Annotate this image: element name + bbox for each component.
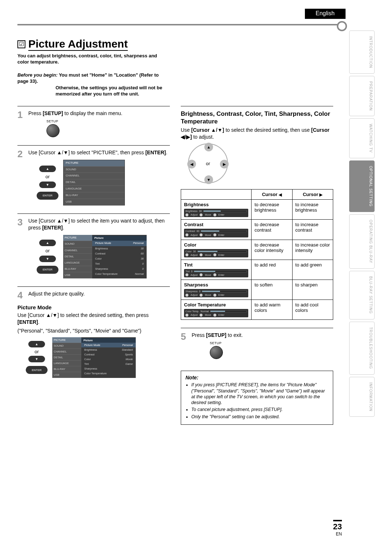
menu-item: BLU-RAY <box>64 192 124 199</box>
menu-side-item: SOUND <box>63 241 92 247</box>
or-label: or <box>45 248 50 254</box>
menu-item: USB <box>64 199 124 205</box>
or-label: or <box>34 349 39 354</box>
cursor-right-effect: to increase brightness <box>292 200 333 220</box>
cursor-right-effect: to add green <box>292 260 333 280</box>
cursor-left-effect: to add red <box>252 260 292 280</box>
before-label: Before you begin: <box>17 72 58 78</box>
dpad-up-down: ▲ or ▼ ENTER <box>39 240 56 274</box>
param-name: Color <box>184 242 248 248</box>
menu-side-item: BLU-RAY <box>63 266 92 272</box>
step-number: 4 <box>17 290 25 300</box>
arrow-up-icon: ▲ <box>204 143 213 151</box>
menu-row: BrightnessStandard <box>81 347 136 352</box>
menu-side-item: LANGUAGE <box>52 360 81 366</box>
param-cell: ColorColor36AdjustMoveEnter <box>181 240 252 260</box>
arrow-up-icon: ▲ <box>39 166 56 172</box>
cursor-right-effect: to sharpen <box>292 280 333 300</box>
menu-side-item: CHANNEL <box>52 349 81 355</box>
menu-row: Sharpness <box>81 366 136 371</box>
page-footer: 23 EN <box>333 520 342 537</box>
table-row: ContrastContrast60AdjustMoveEnterto decr… <box>181 220 333 240</box>
divider <box>17 213 170 214</box>
step-3-text: Use [Cursor ▲/▼] to select the item you … <box>28 218 165 231</box>
osd-preview: Tint0AdjustMoveEnter <box>184 269 248 277</box>
param-cell: Color TemperatureColor Temp.NormalAdjust… <box>181 300 252 320</box>
step-number: 5 <box>181 332 188 364</box>
note-item: Only the "Personal" setting can be adjus… <box>191 414 328 420</box>
side-tab-information: INFORMATION <box>349 377 375 417</box>
menu-side-item: DETAIL <box>63 254 92 260</box>
menu-row: ContrastSports <box>81 352 136 357</box>
picture-mode-options: ("Personal", "Standard", "Sports", "Movi… <box>17 328 170 334</box>
or-label: or <box>45 174 50 180</box>
menu-row: Contrast60 <box>92 251 147 256</box>
intro-text: You can adjust brightness, contrast, col… <box>17 53 170 65</box>
step-5-text: Press [SETUP] to exit. <box>192 332 243 338</box>
step-2: 2 Use [Cursor ▲/▼] to select "PICTURE", … <box>17 149 170 211</box>
osd-preview: Color36AdjustMoveEnter <box>184 249 248 257</box>
cursor-left-effect: to soften <box>252 280 292 300</box>
menu-row: Picture ModePersonal <box>92 241 147 246</box>
menu-row: Color TemperatureNormal <box>92 272 147 277</box>
enter-button-icon: ENTER <box>37 266 58 274</box>
osd-preview: Sharpness0AdjustMoveEnter <box>184 289 248 297</box>
arrow-down-icon: ▼ <box>204 175 213 184</box>
onscreen-menu-main: PICTURESOUNDCHANNELDETAILLANGUAGEBLU-RAY… <box>63 160 125 206</box>
param-name: Tint <box>184 262 248 268</box>
cursor-left-effect: to decrease brightness <box>252 200 292 220</box>
param-cell: SharpnessSharpness0AdjustMoveEnter <box>181 280 252 300</box>
menu-item: SOUND <box>64 167 124 173</box>
cursor-left-effect: to add warm colors <box>252 300 292 320</box>
note-item: To cancel picture adjustment, press [SET… <box>191 407 328 412</box>
step-3: 3 Use [Cursor ▲/▼] to select the item yo… <box>17 217 170 284</box>
arrow-down-icon: ▼ <box>39 256 56 262</box>
setup-button-icon <box>46 124 60 137</box>
menu-side-item: CHANNEL <box>63 248 92 254</box>
menu-row: Sharpness0 <box>92 266 147 272</box>
menu-side-item: USB <box>52 372 81 378</box>
param-name: Brightness <box>184 202 248 207</box>
table-row: SharpnessSharpness0AdjustMoveEnterto sof… <box>181 280 333 300</box>
side-tab-introduction: INTRODUCTION <box>349 30 375 74</box>
menu-header: Picture <box>81 338 136 343</box>
menu-side-item: DETAIL <box>52 355 81 360</box>
step-number: 2 <box>17 149 25 211</box>
menu-side-item: BLU-RAY <box>52 366 81 372</box>
cursor-left-effect: to decrease color intensity <box>252 240 292 260</box>
table-header-cursor-left: Cursor ◀ <box>252 190 292 200</box>
dpad-up-down: ▲ or ▼ ENTER <box>28 341 45 374</box>
menu-item: PICTURE <box>64 160 124 167</box>
side-tab-watching-tv: WATCHING TV <box>349 118 375 158</box>
note-box: Note: If you press [PICTURE PRESET], the… <box>181 371 333 425</box>
side-tab-blu-ray-setting: BLU-RAY SETTING <box>349 271 375 319</box>
setup-label: SETUP <box>210 341 333 345</box>
param-name: Color Temperature <box>184 302 248 307</box>
cursor-right-effect: to add cool colors <box>292 300 333 320</box>
menu-side-item: PICTURE <box>52 337 81 343</box>
before-line2: Otherwise, the settings you adjusted wil… <box>56 85 170 97</box>
dpad-up-down: ▲ or ▼ ENTER <box>39 166 56 200</box>
step-5: 5 Press [SETUP] to exit. SETUP <box>181 332 333 364</box>
cursor-right-effect: to increase contrast <box>292 220 333 240</box>
param-cell: ContrastContrast60AdjustMoveEnter <box>181 220 252 240</box>
setup-label: SETUP <box>46 119 170 123</box>
or-label: or <box>206 161 210 166</box>
step-1: 1 Press [SETUP] to display the main menu… <box>17 110 170 142</box>
divider <box>17 286 170 287</box>
menu-item: LANGUAGE <box>64 186 124 192</box>
picture-mode-heading: Picture Mode <box>17 304 170 310</box>
divider <box>17 145 170 146</box>
divider <box>181 328 333 328</box>
menu-side-item: LANGUAGE <box>63 260 92 266</box>
param-name: Contrast <box>184 222 248 227</box>
section-tabs: INTRODUCTIONPREPARATIONWATCHING TVOPTION… <box>349 30 375 417</box>
language-tab: English <box>305 9 346 19</box>
menu-side-item: PICTURE <box>63 235 92 241</box>
menu-row: Color36 <box>92 256 147 261</box>
table-header-empty <box>181 190 252 200</box>
dpad-ring-icon: or ▲ ▼ ◀ ▶ <box>188 143 228 183</box>
cursor-right-effect: to increase color intensity <box>292 240 333 260</box>
menu-side-item: USB <box>63 272 92 278</box>
arrow-down-icon: ▼ <box>28 356 45 362</box>
